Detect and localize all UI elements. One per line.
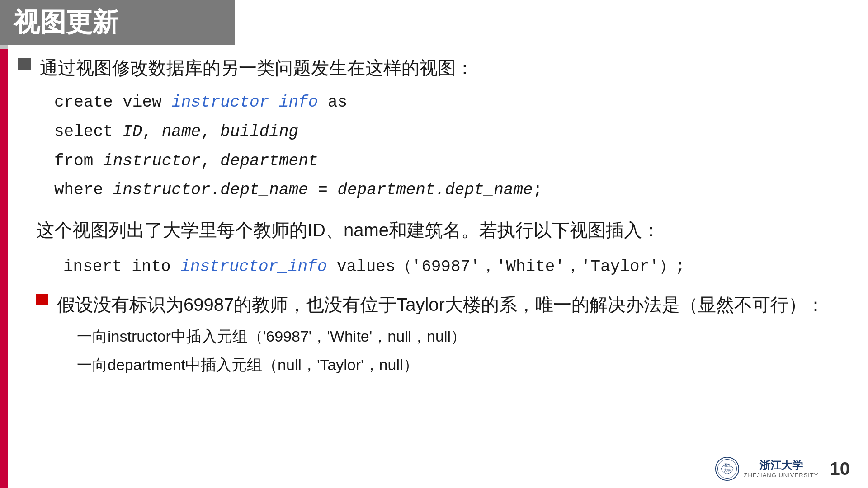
insert-line: insert into instructor_info values（'6998… [63, 253, 850, 282]
code-department: department [220, 152, 318, 170]
code-instructor-info-2: instructor_info [180, 258, 327, 276]
bullet-red-square [36, 294, 48, 305]
content-area: 通过视图修改数据库的另一类问题发生在这样的视图： create view ins… [18, 50, 850, 461]
code-line-1: create view instructor_info as [54, 88, 850, 117]
sub-text-1: 一向instructor中插入元组（'69987'，'White'，null，n… [77, 325, 466, 348]
code-name: name [162, 122, 201, 141]
code-select: select [54, 122, 123, 141]
page-footer: 浙江 大学 浙江大学 ZHEJIANG UNIVERSITY 10 [715, 456, 850, 481]
university-name-block: 浙江大学 ZHEJIANG UNIVERSITY [744, 459, 819, 479]
code-inst-dept: instructor.dept_name [113, 181, 308, 199]
page-number: 10 [830, 459, 850, 479]
code-create-view: create view [54, 93, 171, 112]
sub-text-2: 一向department中插入元组（null，'Taylor'，null） [77, 353, 419, 376]
university-name-en: ZHEJIANG UNIVERSITY [744, 472, 819, 479]
code-line-2: select ID, name, building [54, 117, 850, 147]
title-section: 视图更新 [0, 0, 235, 45]
sub-bullet-2: 一向department中插入元组（null，'Taylor'，null） [77, 353, 850, 376]
code-id: ID [123, 122, 142, 141]
code-dep-dept: department.dept_name [338, 181, 533, 199]
code-line-4: where instructor.dept_name = department.… [54, 176, 850, 205]
zju-logo: 浙江 大学 浙江大学 ZHEJIANG UNIVERSITY [715, 456, 819, 481]
code-as: as [318, 93, 347, 112]
svg-text:大学: 大学 [723, 468, 731, 472]
code-from: from [54, 152, 103, 170]
code-block-1: create view instructor_info as select ID… [54, 88, 850, 205]
bullet-1-text: 通过视图修改数据库的另一类问题发生在这样的视图： [40, 54, 474, 81]
desc-text: 这个视图列出了大学里每个教师的ID、name和建筑名。若执行以下视图插入： [36, 216, 850, 244]
bullet-square-1 [18, 58, 31, 70]
sub-bullet-1: 一向instructor中插入元组（'69987'，'White'，null，n… [77, 325, 850, 348]
bullet-2-text: 假设没有标识为69987的教师，也没有位于Taylor大楼的系，唯一的解决办法是… [57, 291, 825, 318]
code-line-3: from instructor, department [54, 147, 850, 176]
slide-title: 视图更新 [14, 5, 118, 40]
code-instructor: instructor [103, 152, 201, 170]
code-building: building [220, 122, 298, 141]
code-instructor-info-1: instructor_info [171, 93, 318, 112]
bullet-2-row: 假设没有标识为69987的教师，也没有位于Taylor大楼的系，唯一的解决办法是… [36, 291, 850, 318]
code-where: where [54, 181, 113, 199]
left-color-bar [0, 0, 8, 488]
bullet-1-row: 通过视图修改数据库的另一类问题发生在这样的视图： [18, 54, 850, 81]
insert-into: insert into [63, 258, 180, 276]
zju-logo-icon: 浙江 大学 [715, 456, 740, 481]
university-name-cn: 浙江大学 [744, 459, 819, 472]
slide: 视图更新 通过视图修改数据库的另一类问题发生在这样的视图： create vie… [0, 0, 868, 488]
insert-values: values（'69987'，'White'，'Taylor'）; [327, 258, 685, 276]
